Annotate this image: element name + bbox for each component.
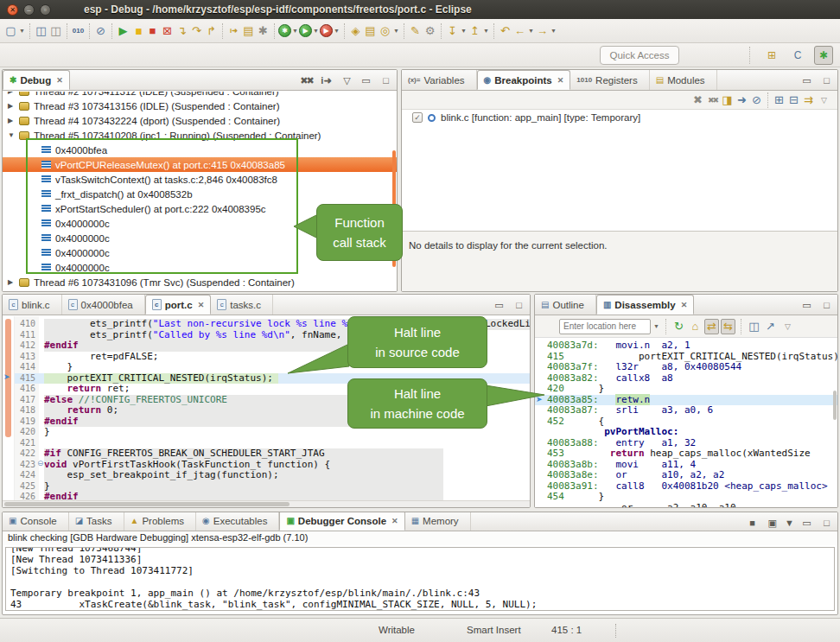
show-source-icon[interactable]: ⇆ bbox=[721, 319, 735, 334]
open-type-icon[interactable]: ◈ bbox=[348, 22, 363, 40]
debug-dropdown-icon[interactable]: ▼ bbox=[291, 22, 299, 40]
tab-disassembly[interactable]: ▥Disassembly✕ bbox=[596, 295, 694, 315]
display-console-icon[interactable]: ▣ bbox=[765, 516, 780, 530]
remove-all-terminated-icon[interactable]: ✖✖ bbox=[299, 73, 314, 87]
tab-outline[interactable]: ▤Outline bbox=[535, 295, 596, 315]
disassembly-line[interactable]: or a2, a10, a10 bbox=[535, 503, 837, 508]
run-icon[interactable]: ▶ bbox=[299, 24, 312, 37]
tab-close-icon[interactable]: ✕ bbox=[391, 517, 398, 525]
thread-row[interactable]: ▶Thread #6 1073431096 (Tmr Svc) (Suspend… bbox=[3, 275, 397, 289]
remove-all-breakpoints-icon[interactable]: ✖✖ bbox=[705, 92, 720, 109]
show-breakpoints-supported-icon[interactable]: ◨ bbox=[720, 92, 735, 109]
tab-executables[interactable]: ◉Executables bbox=[196, 512, 279, 531]
debug-icon[interactable]: ✱ bbox=[278, 24, 291, 37]
search-icon[interactable]: ◎ bbox=[378, 22, 392, 40]
save-all-icon[interactable]: ◫ bbox=[48, 22, 63, 40]
view-menu-icon[interactable]: ▽ bbox=[339, 73, 353, 87]
debug-config-icon[interactable]: ✱ bbox=[256, 22, 270, 40]
thread-row[interactable]: ▶Thread #3 1073413156 (IDLE) (Suspended … bbox=[3, 99, 397, 113]
forward-icon[interactable]: → bbox=[535, 22, 550, 40]
step-into-icon[interactable]: ↴ bbox=[175, 22, 189, 40]
step-return-icon[interactable]: ↱ bbox=[204, 22, 219, 40]
skip-all-breakpoints-icon[interactable]: ⊘ bbox=[749, 92, 764, 109]
external-tools-dropdown-icon[interactable]: ▼ bbox=[333, 22, 340, 40]
tab-tasks[interactable]: ◪Tasks bbox=[69, 512, 124, 531]
disconnect-icon[interactable]: ⊠ bbox=[160, 22, 175, 40]
run-dropdown-icon[interactable]: ▼ bbox=[312, 22, 320, 40]
terminate-icon[interactable]: ■ bbox=[745, 516, 760, 530]
binary-icon[interactable]: 010 bbox=[71, 22, 86, 40]
go-to-file-icon[interactable]: ➜ bbox=[735, 92, 749, 109]
step-filters-icon[interactable]: i➜ bbox=[226, 22, 241, 40]
location-input[interactable] bbox=[559, 319, 651, 334]
toolbar-icon[interactable] bbox=[111, 23, 112, 39]
external-tools-icon[interactable]: ▶ bbox=[320, 24, 333, 37]
expand-all-icon[interactable]: ⊞ bbox=[772, 92, 786, 109]
toolbar-icon[interactable] bbox=[767, 92, 768, 108]
breakpoint-checkbox[interactable]: ✓ bbox=[412, 112, 423, 123]
tab-port-c[interactable]: cport.c✕ bbox=[145, 295, 212, 315]
tab-modules[interactable]: ▤Modules bbox=[650, 70, 717, 90]
prev-annotation-icon[interactable]: ↥ bbox=[468, 22, 482, 40]
code-line[interactable]: 425} bbox=[15, 481, 530, 493]
toolbar-icon[interactable] bbox=[493, 23, 494, 39]
toolbar-icon[interactable] bbox=[404, 23, 404, 39]
last-edit-icon[interactable]: ↶ bbox=[498, 22, 512, 40]
view-menu-icon[interactable]: ▽ bbox=[780, 318, 794, 335]
collapse-all-icon[interactable]: ⊟ bbox=[786, 92, 801, 109]
view-menu-icon[interactable]: ▽ bbox=[816, 92, 830, 109]
tab-variables[interactable]: (x)=Variables bbox=[402, 70, 477, 90]
toolbar-icon[interactable] bbox=[441, 23, 442, 39]
toolbar-icon[interactable] bbox=[67, 23, 67, 39]
tab-console[interactable]: ▣Console bbox=[3, 512, 69, 531]
refresh-icon[interactable]: ↻ bbox=[671, 318, 686, 335]
copy-icon[interactable]: ◫ bbox=[747, 318, 761, 335]
maximize-icon[interactable]: □ bbox=[819, 73, 834, 87]
toolbar-icon[interactable] bbox=[29, 23, 30, 39]
toolbar-icon[interactable] bbox=[741, 319, 741, 334]
thread-row[interactable]: ▼Thread #5 1073410208 (ipc1 : Running) (… bbox=[3, 128, 397, 143]
expander-icon[interactable]: ▶ bbox=[8, 278, 19, 286]
export-icon[interactable]: ↗ bbox=[763, 318, 778, 335]
window-maximize-button[interactable]: ▫ bbox=[40, 4, 51, 16]
toolbar-icon[interactable] bbox=[89, 23, 90, 39]
home-icon[interactable]: ⌂ bbox=[688, 318, 703, 335]
minimize-icon[interactable]: ▭ bbox=[492, 298, 506, 312]
console-dropdown-icon[interactable]: ▼ bbox=[785, 516, 794, 530]
maximize-icon[interactable]: □ bbox=[819, 516, 834, 530]
step-over-icon[interactable]: ↷ bbox=[189, 22, 204, 40]
skip-all-breakpoints-icon[interactable]: ⊘ bbox=[93, 22, 108, 40]
tab-close-icon[interactable]: ✕ bbox=[557, 76, 564, 85]
cpp-perspective-icon[interactable]: C bbox=[788, 46, 807, 65]
tab-breakpoints[interactable]: ◉Breakpoints✕ bbox=[477, 70, 571, 90]
window-close-button[interactable]: ✕ bbox=[7, 4, 18, 16]
new-dropdown-icon[interactable]: ▼ bbox=[18, 22, 26, 40]
toolbar-icon[interactable] bbox=[274, 23, 275, 39]
expander-icon[interactable]: ▶ bbox=[8, 92, 19, 95]
tab-problems[interactable]: ▲Problems bbox=[124, 512, 196, 531]
toggle-comment-icon[interactable]: ⚙ bbox=[423, 22, 437, 40]
tab-debugger-console[interactable]: ▣Debugger Console✕ bbox=[279, 512, 404, 531]
save-icon[interactable]: ◫ bbox=[34, 22, 48, 40]
tab-0x4000bfea[interactable]: c0x4000bfea bbox=[62, 295, 145, 315]
maximize-icon[interactable]: □ bbox=[512, 298, 526, 312]
stack-frame-row[interactable]: vPortCPUReleaseMutex() at port.c:415 0x4… bbox=[3, 157, 397, 172]
quick-access-field[interactable]: Quick Access bbox=[600, 46, 679, 65]
forward-dropdown-icon[interactable]: ▼ bbox=[550, 22, 557, 40]
expander-icon[interactable]: ▶ bbox=[8, 102, 19, 110]
sync-selection-icon[interactable]: ⇄ bbox=[704, 319, 719, 334]
expander-icon[interactable]: ▼ bbox=[8, 131, 19, 139]
open-perspective-icon[interactable]: ⊞ bbox=[762, 46, 781, 65]
minimize-icon[interactable]: ▭ bbox=[799, 516, 814, 530]
terminate-icon[interactable]: ■ bbox=[145, 22, 160, 40]
new-wizard-icon[interactable]: ▢ bbox=[3, 22, 18, 40]
stack-frame-row[interactable]: vTaskSwitchContext() at tasks.c:2,846 0x… bbox=[3, 172, 397, 187]
maximize-icon[interactable]: □ bbox=[819, 298, 834, 312]
next-annotation-icon[interactable]: ↧ bbox=[445, 22, 460, 40]
next-annotation-dropdown-icon[interactable]: ▼ bbox=[460, 22, 468, 40]
minimize-icon[interactable]: ▭ bbox=[799, 298, 814, 312]
tab-registers[interactable]: 1010Registers bbox=[570, 70, 649, 90]
thread-row[interactable]: ▶Thread #4 1073432224 (dport) (Suspended… bbox=[3, 113, 397, 128]
code-line[interactable]: 426#endif bbox=[15, 492, 530, 500]
prev-annotation-dropdown-icon[interactable]: ▼ bbox=[482, 22, 490, 40]
